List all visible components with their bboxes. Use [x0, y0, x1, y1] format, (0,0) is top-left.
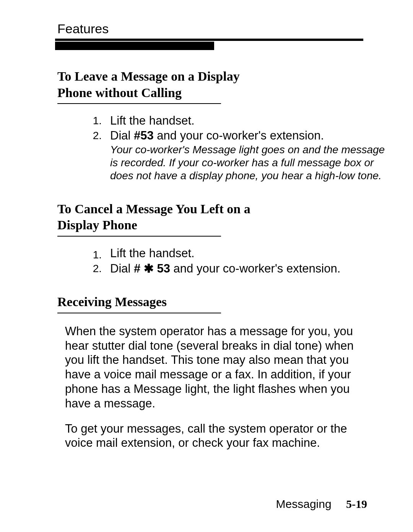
header-rule	[55, 39, 363, 41]
list-body: Dial # ✱ 53 and your co-worker's extensi…	[110, 262, 340, 276]
paragraph-group: When the system operator has a message f…	[65, 324, 367, 451]
header-black-bar	[55, 42, 214, 50]
list-body: Dial #53 and your co-worker's extension.…	[110, 129, 385, 183]
list-body: Lift the handset.	[110, 247, 195, 261]
paragraph: When the system operator has a message f…	[65, 324, 367, 411]
ordered-list: 1. Lift the handset. 2. Dial # ✱ 53 and …	[84, 247, 390, 276]
text-run: Dial	[110, 129, 134, 142]
note-text: Your co-worker's Message light goes on a…	[110, 143, 385, 182]
title-line: Receiving Messages	[57, 295, 167, 309]
list-item: 2. Dial # ✱ 53 and your co-worker's exte…	[84, 262, 390, 276]
page-number: 5-19	[346, 498, 367, 510]
paragraph: To get your messages, call the system op…	[65, 422, 367, 451]
section-rule	[57, 236, 221, 237]
list-item: 1. Lift the handset.	[84, 114, 390, 128]
list-item: 1. Lift the handset.	[84, 247, 390, 261]
section-rule	[57, 103, 221, 104]
title-line: Display Phone	[57, 218, 137, 232]
list-item: 2. Dial #53 and your co-worker's extensi…	[84, 129, 390, 183]
page: Features To Leave a Message on a Display…	[0, 0, 413, 532]
ordered-list: 1. Lift the handset. 2. Dial #53 and you…	[84, 114, 390, 183]
title-line: To Cancel a Message You Left on a	[57, 202, 250, 216]
list-number: 2.	[84, 262, 110, 275]
bold-code: #53	[134, 129, 154, 142]
list-number: 2.	[84, 129, 110, 142]
page-header: Features	[57, 21, 390, 36]
section-title: Receiving Messages	[57, 294, 390, 310]
footer-label: Messaging	[276, 498, 332, 510]
text-run: and your co-worker's extension.	[154, 129, 324, 142]
text-run: Dial	[110, 262, 134, 275]
page-footer: Messaging 5-19	[276, 498, 367, 511]
text-run: and your co-worker's extension.	[170, 262, 340, 275]
bold-code: # ✱ 53	[134, 262, 170, 275]
list-number: 1.	[84, 247, 110, 261]
section-rule	[57, 313, 221, 313]
list-body: Lift the handset.	[110, 114, 195, 128]
title-line: To Leave a Message on a Display	[57, 69, 240, 83]
section-receiving-messages: Receiving Messages When the system opera…	[57, 294, 390, 450]
section-leave-message: To Leave a Message on a Display Phone wi…	[57, 68, 390, 183]
section-title: To Cancel a Message You Left on a Displa…	[57, 201, 390, 234]
section-title: To Leave a Message on a Display Phone wi…	[57, 68, 390, 101]
section-cancel-message: To Cancel a Message You Left on a Displa…	[57, 201, 390, 276]
title-line: Phone without Calling	[57, 86, 182, 100]
list-number: 1.	[84, 114, 110, 127]
